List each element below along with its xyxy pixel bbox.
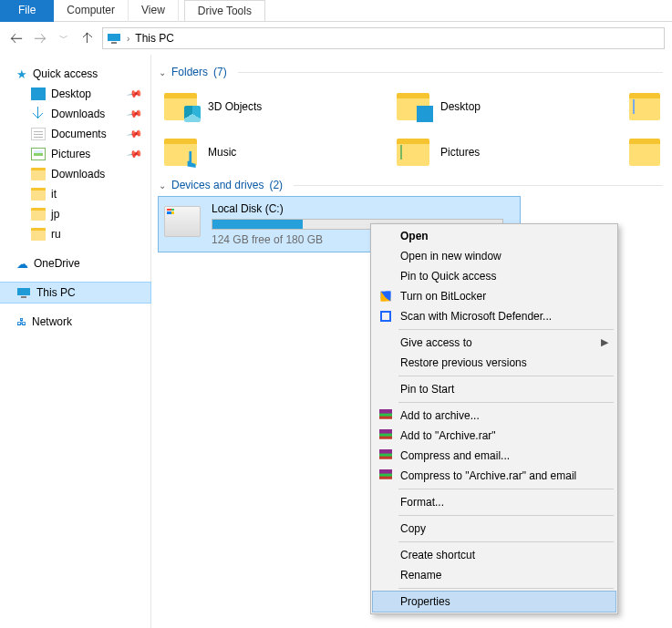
back-button[interactable]: 🡠 [7, 29, 26, 47]
folder-documents-partial[interactable] [624, 84, 660, 129]
folder-desktop[interactable]: Desktop [391, 84, 624, 129]
folder-label: Pictures [440, 146, 480, 159]
address-bar[interactable]: › This PC [102, 27, 665, 49]
folder-icon [397, 139, 429, 166]
nav-tree: ★ Quick access Desktop 📌 🡣 Downloads 📌 D… [0, 55, 151, 628]
sidebar-this-pc[interactable]: This PC [0, 283, 150, 303]
folder-videos-partial[interactable] [624, 129, 660, 175]
sidebar-label: Desktop [51, 88, 91, 100]
this-pc-icon [107, 33, 121, 44]
network-icon: 🖧 [16, 316, 26, 327]
sidebar-qa-pictures[interactable]: Pictures 📌 [0, 144, 150, 164]
ctx-compress-to-email[interactable]: Compress to "Archive.rar" and email [373, 466, 615, 486]
tab-computer[interactable]: Computer [54, 0, 129, 22]
folders-grid: 3D Objects Desktop Music Pictures [159, 84, 672, 175]
svg-rect-0 [108, 34, 120, 41]
svg-rect-1 [111, 42, 117, 44]
ctx-bitlocker[interactable]: Turn on BitLocker [373, 286, 615, 306]
rar-icon [378, 448, 393, 463]
ctx-pin-to-start[interactable]: Pin to Start [373, 379, 615, 399]
ctx-open-new-window[interactable]: Open in new window [373, 246, 615, 266]
defender-icon [378, 309, 393, 324]
sidebar-qa-documents[interactable]: Documents 📌 [0, 124, 150, 144]
rar-icon [378, 428, 393, 443]
breadcrumb-location: This PC [135, 32, 174, 45]
ctx-restore-previous[interactable]: Restore previous versions [373, 353, 615, 373]
sidebar-label: ru [51, 228, 61, 241]
sidebar-label: Downloads [51, 168, 105, 180]
sidebar-qa-jp[interactable]: jp [0, 204, 150, 224]
ctx-open[interactable]: Open [373, 226, 615, 246]
section-count: (2) [269, 179, 283, 191]
sidebar-label: jp [51, 208, 59, 221]
rar-icon [378, 408, 393, 423]
submenu-arrow-icon: ▶ [601, 336, 608, 348]
section-count: (7) [213, 66, 227, 78]
sidebar-quick-access[interactable]: ★ Quick access [0, 64, 150, 84]
cloud-icon: ☁ [16, 257, 28, 271]
ctx-give-access-to[interactable]: Give access to ▶ [373, 333, 615, 353]
folder-icon [31, 208, 46, 221]
folder-label: 3D Objects [208, 100, 262, 113]
folder-pictures[interactable]: Pictures [391, 129, 624, 175]
section-folders[interactable]: ⌄ Folders (7) [159, 62, 672, 84]
sidebar-qa-downloads2[interactable]: Downloads [0, 164, 150, 184]
rar-icon [378, 468, 393, 483]
documents-icon [31, 128, 46, 140]
folder-icon [397, 93, 429, 120]
up-button[interactable]: 🡡 [78, 29, 97, 47]
tab-drive-tools[interactable]: Drive Tools [184, 0, 265, 22]
chevron-right-icon: › [127, 34, 129, 44]
drive-label: Local Disk (C:) [212, 202, 514, 215]
pictures-icon [31, 148, 46, 160]
pin-icon: 📌 [127, 106, 144, 123]
recent-locations-button[interactable]: ﹀ [55, 29, 73, 47]
ctx-add-to-archive-rar[interactable]: Add to "Archive.rar" [373, 426, 615, 446]
tab-file[interactable]: File [0, 0, 54, 22]
ctx-format[interactable]: Format... [373, 492, 615, 512]
star-icon: ★ [16, 67, 27, 81]
sidebar-network[interactable]: 🖧 Network [0, 312, 150, 332]
ctx-compress-email[interactable]: Compress and email... [373, 446, 615, 466]
sidebar-qa-ru[interactable]: ru [0, 224, 150, 244]
folder-label: Desktop [440, 100, 481, 113]
section-devices[interactable]: ⌄ Devices and drives (2) [159, 175, 672, 197]
section-title: Folders [171, 66, 208, 78]
this-pc-icon [16, 287, 31, 298]
folder-icon [629, 93, 660, 120]
sidebar-qa-downloads[interactable]: 🡣 Downloads 📌 [0, 104, 150, 124]
nav-toolbar: 🡠 🡢 ﹀ 🡡 › This PC [0, 22, 672, 55]
drive-icon [164, 206, 201, 237]
shield-icon [378, 289, 393, 304]
sidebar-qa-desktop[interactable]: Desktop 📌 [0, 84, 150, 104]
collapse-icon: ⌄ [159, 180, 166, 190]
folder-icon [31, 228, 46, 241]
svg-rect-3 [21, 296, 26, 298]
pin-icon: 📌 [127, 126, 144, 143]
folder-label: Music [208, 146, 236, 159]
ctx-defender-scan[interactable]: Scan with Microsoft Defender... [373, 306, 615, 326]
sidebar-label: This PC [36, 286, 76, 299]
folder-3d-objects[interactable]: 3D Objects [159, 84, 391, 129]
sidebar-label: Network [32, 315, 72, 328]
folder-icon [164, 93, 197, 120]
desktop-icon [31, 88, 46, 100]
folder-icon [31, 188, 46, 201]
folder-icon [164, 139, 197, 166]
ctx-copy[interactable]: Copy [373, 519, 615, 539]
downloads-icon: 🡣 [31, 108, 46, 120]
ctx-add-to-archive[interactable]: Add to archive... [373, 406, 615, 426]
sidebar-qa-it[interactable]: it [0, 184, 150, 204]
ctx-rename[interactable]: Rename [373, 565, 615, 585]
ctx-pin-quick-access[interactable]: Pin to Quick access [373, 266, 615, 286]
ctx-create-shortcut[interactable]: Create shortcut [373, 545, 615, 565]
context-menu: Open Open in new window Pin to Quick acc… [370, 223, 618, 614]
sidebar-onedrive[interactable]: ☁ OneDrive [0, 253, 150, 273]
pin-icon: 📌 [127, 146, 144, 163]
ctx-properties[interactable]: Properties [373, 592, 615, 612]
folder-music[interactable]: Music [159, 129, 391, 175]
forward-button[interactable]: 🡢 [31, 29, 49, 47]
folder-icon [629, 139, 660, 166]
pin-icon: 📌 [127, 86, 144, 103]
tab-view[interactable]: View [129, 0, 179, 22]
